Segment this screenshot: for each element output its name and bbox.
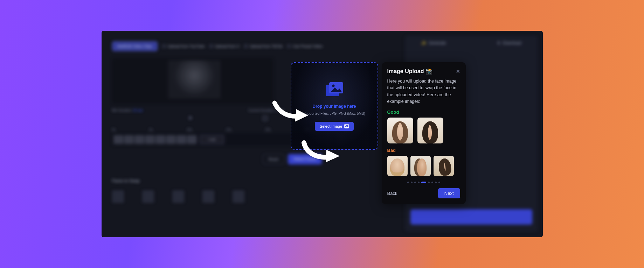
step-dots — [387, 182, 460, 183]
download-tab[interactable]: ⬇Download — [497, 41, 521, 45]
play-icon[interactable] — [189, 116, 193, 120]
reset-button[interactable]: Reset — [263, 154, 285, 164]
bad-example-1 — [387, 156, 408, 176]
svg-point-2 — [332, 84, 334, 87]
back-button[interactable]: Back — [387, 191, 397, 196]
tutorial-arrow-upper — [272, 100, 311, 126]
next-button[interactable]: Next — [438, 188, 460, 198]
generate-tab[interactable]: ✨Generate — [421, 41, 446, 45]
min-duration-value: 10 sec — [133, 108, 143, 112]
add-video-pill[interactable]: Add/Edit Video Clips — [112, 41, 158, 51]
upload-x-chip[interactable]: Upload from X — [209, 44, 240, 48]
use-preset-chip[interactable]: Use Preset Video — [287, 44, 323, 48]
upload-tiktok-chip[interactable]: Upload from TikTok — [244, 44, 283, 48]
bad-example-3 — [434, 156, 454, 176]
timeline-add[interactable]: +Add — [200, 135, 224, 144]
face-slot[interactable] — [202, 190, 214, 203]
face-slot[interactable] — [233, 190, 244, 203]
close-icon[interactable]: ✕ — [456, 69, 460, 74]
app-frame: Add/Edit Video Clips Upload from YouTube… — [102, 31, 543, 237]
face-slot[interactable] — [172, 190, 184, 203]
right-panel-cta[interactable] — [410, 209, 532, 225]
dropzone-title: Drop your image here — [312, 104, 356, 109]
svg-point-4 — [345, 125, 346, 126]
fullscreen-icon[interactable] — [263, 116, 268, 121]
image-upload-icon — [325, 82, 344, 99]
bad-example-2 — [410, 156, 431, 176]
bad-label: Bad — [387, 148, 460, 153]
good-label: Good — [387, 110, 460, 115]
upload-youtube-chip[interactable]: Upload from YouTube — [162, 44, 205, 48]
dropzone-subtitle: Supported Files: JPG, PNG (Max: 5MB) — [303, 112, 365, 115]
popover-title: Image Upload 📸 — [387, 68, 432, 75]
good-example-2 — [417, 118, 443, 143]
image-icon — [344, 124, 349, 128]
tutorial-arrow-lower — [301, 140, 343, 166]
select-image-button[interactable]: Select Image — [315, 122, 354, 131]
min-duration-label: Min Duration — [112, 108, 132, 112]
tutorial-popover: Image Upload 📸 ✕ Here you will upload th… — [382, 62, 466, 204]
popover-body: Here you will upload the face image that… — [387, 78, 460, 105]
face-slot[interactable] — [142, 190, 154, 203]
good-example-1 — [387, 118, 413, 143]
face-slot[interactable] — [112, 190, 124, 203]
video-preview — [112, 58, 273, 104]
